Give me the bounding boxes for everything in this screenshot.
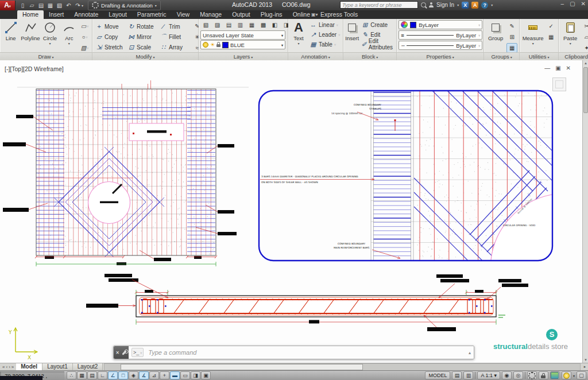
layout-tab[interactable]: Layout2 bbox=[73, 363, 103, 370]
vertical-scroll-thumb[interactable] bbox=[583, 67, 588, 113]
qat-tool-icon[interactable]: ▤ bbox=[37, 2, 45, 9]
layer-tool-icon[interactable]: ▨ bbox=[212, 20, 223, 30]
qat-tool-icon[interactable]: ▱ bbox=[28, 2, 36, 9]
layer-tool-icon[interactable]: ▥ bbox=[235, 20, 246, 30]
lineweight-dropdown[interactable]: ≡ ByLayer ▾ bbox=[399, 30, 482, 40]
status-toggle-polar[interactable]: ∠ bbox=[108, 371, 118, 379]
utility-tool-icon[interactable]: ▦ bbox=[546, 32, 556, 42]
scroll-right-icon[interactable]: ▸ bbox=[582, 365, 588, 369]
model-space-button[interactable]: MODEL bbox=[425, 371, 450, 379]
layout-tab[interactable]: Layout1 bbox=[42, 363, 73, 370]
ribbon-tab[interactable]: Layout bbox=[103, 10, 132, 19]
annotation-autoscale-icon[interactable]: ◎ bbox=[513, 371, 523, 379]
ribbon-tab[interactable]: Express Tools bbox=[315, 10, 363, 19]
block-button[interactable]: ⊞Create bbox=[360, 20, 396, 29]
qat-customize-icon[interactable]: ▾ bbox=[82, 3, 83, 7]
exchange-apps-icon[interactable]: X bbox=[462, 2, 469, 9]
next-layout-icon[interactable]: › bbox=[9, 365, 10, 370]
layer-tool-icon[interactable]: ◧ bbox=[269, 20, 280, 30]
status-menu-icon[interactable]: ▾ bbox=[573, 374, 575, 378]
ribbon-tab[interactable]: Home bbox=[17, 10, 44, 19]
clean-screen-icon[interactable]: ▢ bbox=[577, 371, 586, 379]
qat-tool-icon[interactable]: ▦ bbox=[47, 2, 54, 9]
viewport-label[interactable]: [-][Top][2D Wireframe] bbox=[5, 65, 64, 72]
block-panel-title[interactable]: Block▾ bbox=[343, 52, 396, 60]
group-button[interactable]: Group bbox=[486, 20, 505, 41]
viewport-minimize-icon[interactable]: — bbox=[544, 65, 550, 71]
first-layout-icon[interactable]: « bbox=[2, 365, 5, 370]
chevron-down-icon[interactable]: ▾ bbox=[457, 3, 459, 7]
drawing-canvas[interactable]: CONFINED BOUNDARY STIRRUPS 14 spacing @ … bbox=[0, 60, 582, 363]
status-toggle-dyn[interactable]: + bbox=[160, 371, 169, 379]
viewcube[interactable] bbox=[552, 77, 566, 91]
annotation-button[interactable]: ▦Table▾ bbox=[308, 40, 341, 49]
ribbon-tab[interactable]: Plug-ins bbox=[256, 10, 288, 19]
layer-color-swatch[interactable] bbox=[222, 42, 229, 48]
application-menu-button[interactable]: A▾ bbox=[0, 1, 16, 10]
draw-tool-icon[interactable]: ○▾ bbox=[79, 32, 90, 42]
command-prompt-icon[interactable]: >_▾ bbox=[131, 348, 144, 357]
quick-view-drawings-icon[interactable]: ▥ bbox=[463, 371, 473, 379]
hardware-acceleration-icon[interactable] bbox=[550, 371, 560, 379]
annotation-button[interactable]: ↔Linear▾ bbox=[308, 20, 341, 29]
help-icon[interactable]: ? bbox=[481, 2, 488, 9]
status-toggle-qp[interactable]: ◨ bbox=[191, 371, 200, 379]
layer-tool-icon[interactable]: ▧ bbox=[200, 20, 211, 30]
layers-panel-title[interactable]: Layers▾ bbox=[199, 52, 288, 60]
arc-button[interactable]: Arc ▾ bbox=[60, 20, 78, 45]
modify-button[interactable]: ∷Array bbox=[158, 42, 191, 52]
status-toggle-3dosnap[interactable]: ◈ bbox=[129, 371, 138, 379]
annotation-visibility-icon[interactable]: ◉ bbox=[502, 371, 512, 379]
status-toggle-grid[interactable]: ▤ bbox=[87, 371, 97, 379]
command-bar-grip[interactable]: ✕ bbox=[114, 346, 129, 359]
modify-button[interactable]: ∕Trim bbox=[158, 21, 191, 32]
groups-panel-title[interactable]: Groups▾ bbox=[484, 52, 519, 60]
horizontal-scroll-thumb[interactable] bbox=[121, 364, 363, 370]
line-button[interactable]: Line bbox=[2, 20, 20, 41]
status-toggle-snap[interactable]: ▦ bbox=[77, 371, 87, 379]
scroll-up-icon[interactable]: ▲ bbox=[583, 60, 588, 66]
layer-tool-icon[interactable]: ▤ bbox=[223, 20, 234, 30]
qat-tool-icon[interactable]: ▧ bbox=[56, 2, 63, 9]
status-toggle-lwt[interactable]: ▬ bbox=[170, 371, 180, 379]
ribbon-tab[interactable]: Insert bbox=[44, 10, 69, 19]
modify-button[interactable]: ⌒Fillet bbox=[158, 32, 191, 42]
utility-tool-icon[interactable]: ✓ bbox=[546, 21, 556, 31]
clipboard-tool-icon[interactable]: ▱ bbox=[581, 32, 588, 42]
layer-tool-icon[interactable]: ▩ bbox=[258, 20, 269, 30]
modify-button[interactable]: ⇲Stretch bbox=[94, 42, 126, 52]
minimize-button[interactable]: – bbox=[561, 1, 564, 7]
group-tool-icon[interactable]: ▦ bbox=[506, 43, 517, 53]
ribbon-tab[interactable]: Annotate bbox=[69, 10, 103, 19]
sign-in-button[interactable]: Sign In bbox=[436, 2, 454, 8]
paste-button[interactable]: Paste ▾ bbox=[560, 20, 580, 45]
status-toggle-tpy[interactable]: ▭ bbox=[180, 371, 190, 379]
scroll-down-icon[interactable]: ▼ bbox=[583, 357, 588, 363]
modify-button[interactable]: ⊡Scale bbox=[126, 42, 158, 52]
close-button[interactable]: ✕ bbox=[581, 1, 586, 7]
ribbon-tab[interactable]: Output bbox=[227, 10, 256, 19]
layer-tool-icon[interactable]: ▦ bbox=[246, 20, 257, 30]
horizontal-scrollbar[interactable] bbox=[104, 363, 581, 371]
infocenter-search-input[interactable] bbox=[340, 1, 418, 9]
annotation-button[interactable]: ↗Leader▾ bbox=[308, 30, 341, 39]
command-input[interactable] bbox=[147, 348, 469, 356]
viewport-close-icon[interactable]: ✕ bbox=[566, 65, 571, 71]
layer-dropdown[interactable]: ☀ BLUE ▾ bbox=[200, 40, 285, 49]
linetype-dropdown[interactable]: ┄ ByLayer ▾ bbox=[399, 41, 482, 50]
workspace-dropdown[interactable]: Drafting & Annotation ▾ bbox=[88, 1, 161, 10]
polyline-button[interactable]: Polyline bbox=[21, 20, 40, 41]
object-color-dropdown[interactable]: ByLayer ▾ bbox=[399, 20, 482, 29]
draw-tool-icon[interactable]: ▭▾ bbox=[79, 21, 90, 31]
properties-panel-title[interactable]: Properties▾ bbox=[397, 52, 483, 60]
viewport-restore-icon[interactable]: ▣ bbox=[555, 65, 560, 71]
autodesk-360-icon[interactable]: A bbox=[471, 2, 478, 9]
status-toggle-ducs[interactable]: ⊿ bbox=[149, 371, 159, 379]
status-toggle-infer[interactable]: ∴ bbox=[67, 371, 76, 379]
circle-button[interactable]: Circle ▾ bbox=[41, 20, 59, 45]
wrench-icon[interactable] bbox=[122, 350, 126, 355]
maximize-button[interactable]: ▢ bbox=[570, 1, 575, 7]
annotation-scale-button[interactable]: A 1:1 ▾ bbox=[477, 371, 500, 379]
workspace-switching-icon[interactable] bbox=[527, 371, 537, 379]
modify-button[interactable]: +Move bbox=[94, 21, 126, 32]
